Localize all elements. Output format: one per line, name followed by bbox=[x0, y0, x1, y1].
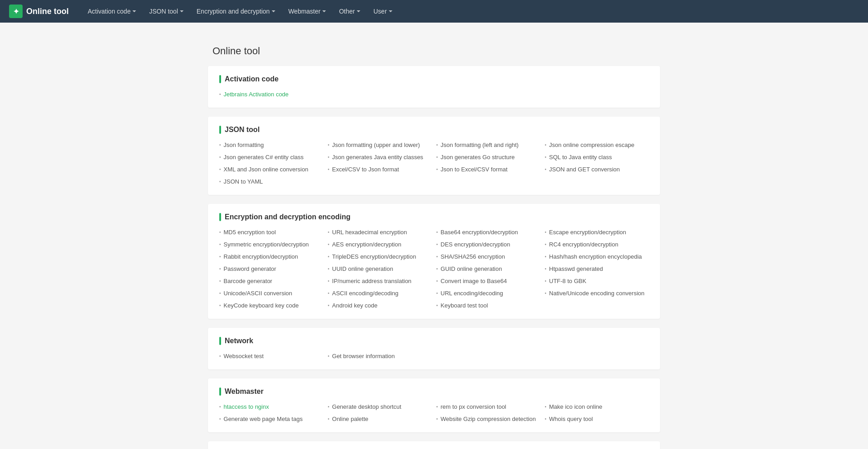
link-item[interactable]: •Json formatting bbox=[219, 141, 323, 149]
link-item[interactable]: •XML and Json online conversion bbox=[219, 165, 323, 174]
link-item[interactable]: •Json formatting (upper and lower) bbox=[328, 141, 432, 149]
link-text: htaccess to nginx bbox=[224, 403, 269, 410]
link-item[interactable]: •Json generates Java entity classes bbox=[328, 153, 432, 161]
link-text: TripleDES encryption/decryption bbox=[332, 253, 416, 260]
bullet-icon: • bbox=[219, 254, 221, 259]
bullet-icon: • bbox=[545, 230, 547, 235]
link-item[interactable]: •Make ico icon online bbox=[545, 402, 649, 411]
link-item[interactable]: •Whois query tool bbox=[545, 415, 649, 423]
nav-item-activation-code[interactable]: Activation code bbox=[82, 4, 142, 19]
link-item[interactable]: •Online palette bbox=[328, 415, 432, 423]
bullet-icon: • bbox=[219, 279, 221, 284]
bullet-icon: • bbox=[545, 155, 547, 160]
link-text: Symmetric encryption/decryption bbox=[224, 241, 309, 248]
link-item[interactable]: •SQL to Java entity class bbox=[545, 153, 649, 161]
link-item[interactable]: •Hash/hash encryption encyclopedia bbox=[545, 252, 649, 261]
link-item[interactable]: •Htpasswd generated bbox=[545, 265, 649, 273]
link-item[interactable]: •SHA/SHA256 encryption bbox=[436, 252, 540, 261]
link-item[interactable]: •rem to px conversion tool bbox=[436, 402, 540, 411]
link-item[interactable]: •KeyCode keyboard key code bbox=[219, 301, 323, 310]
link-item[interactable]: •Excel/CSV to Json format bbox=[328, 165, 432, 174]
link-text: MD5 encryption tool bbox=[224, 229, 276, 236]
bullet-icon: • bbox=[545, 404, 547, 409]
link-item[interactable]: •RC4 encryption/decryption bbox=[545, 240, 649, 249]
link-item[interactable]: •Keyboard test tool bbox=[436, 301, 540, 310]
link-item[interactable]: •IP/numeric address translation bbox=[328, 277, 432, 285]
link-text: Password generator bbox=[224, 265, 276, 272]
bullet-icon: • bbox=[545, 254, 547, 259]
link-item[interactable]: •Json generates Go structure bbox=[436, 153, 540, 161]
link-item[interactable]: •Generate web page Meta tags bbox=[219, 415, 323, 423]
link-text: Json formatting (upper and lower) bbox=[332, 142, 420, 148]
link-item[interactable]: •Escape encryption/decryption bbox=[545, 228, 649, 236]
link-item[interactable]: •Native/Unicode encoding conversion bbox=[545, 289, 649, 298]
link-item[interactable]: •Website Gzip compression detection bbox=[436, 415, 540, 423]
link-text: Barcode generator bbox=[224, 278, 273, 284]
nav-link[interactable]: JSON tool bbox=[144, 4, 189, 19]
nav-link[interactable]: Other bbox=[334, 4, 366, 19]
nav-item-user[interactable]: User bbox=[368, 4, 398, 19]
link-item[interactable]: •Password generator bbox=[219, 265, 323, 273]
bullet-icon: • bbox=[436, 416, 438, 421]
link-item[interactable]: •htaccess to nginx bbox=[219, 402, 323, 411]
bullet-icon: • bbox=[219, 404, 221, 409]
bullet-icon: • bbox=[545, 266, 547, 271]
link-text: ASCII encoding/decoding bbox=[332, 290, 399, 297]
link-item[interactable]: •Barcode generator bbox=[219, 277, 323, 285]
link-item[interactable]: •Json online compression escape bbox=[545, 141, 649, 149]
link-item[interactable]: •AES encryption/decryption bbox=[328, 240, 432, 249]
link-item[interactable]: •TripleDES encryption/decryption bbox=[328, 252, 432, 261]
link-item[interactable]: •Android key code bbox=[328, 301, 432, 310]
links-grid-webmaster: •htaccess to nginx•Generate desktop shor… bbox=[219, 402, 649, 423]
link-item[interactable]: •Jetbrains Activation code bbox=[219, 90, 649, 99]
link-item[interactable]: •Json to Excel/CSV format bbox=[436, 165, 540, 174]
nav-link[interactable]: Webmaster bbox=[283, 4, 331, 19]
link-item[interactable]: •Base64 encryption/decryption bbox=[436, 228, 540, 236]
nav-item-webmaster[interactable]: Webmaster bbox=[283, 4, 331, 19]
link-item[interactable]: •Websocket test bbox=[219, 352, 323, 360]
logo-icon: ✦ bbox=[9, 5, 23, 18]
bullet-icon: • bbox=[436, 291, 438, 296]
nav-link[interactable]: User bbox=[368, 4, 398, 19]
bullet-icon: • bbox=[328, 242, 330, 247]
section-webmaster: Webmaster•htaccess to nginx•Generate des… bbox=[208, 378, 660, 432]
link-item[interactable]: •Generate desktop shortcut bbox=[328, 402, 432, 411]
bullet-icon: • bbox=[545, 279, 547, 284]
bullet-icon: • bbox=[219, 303, 221, 308]
link-item[interactable]: •UTF-8 to GBK bbox=[545, 277, 649, 285]
navbar-brand[interactable]: ✦ Online tool bbox=[9, 5, 69, 18]
link-item[interactable]: •Json generates C# entity class bbox=[219, 153, 323, 161]
nav-item-other[interactable]: Other bbox=[334, 4, 366, 19]
link-item[interactable]: •UUID online generation bbox=[328, 265, 432, 273]
link-item[interactable]: •Convert image to Base64 bbox=[436, 277, 540, 285]
link-text: Json to Excel/CSV format bbox=[441, 166, 508, 173]
link-text: Make ico icon online bbox=[549, 403, 603, 410]
link-item[interactable]: •JSON and GET conversion bbox=[545, 165, 649, 174]
section-title-activation-code: Activation code bbox=[219, 75, 649, 83]
nav-link[interactable]: Activation code bbox=[82, 4, 142, 19]
link-item[interactable]: •Unicode/ASCII conversion bbox=[219, 289, 323, 298]
link-item[interactable]: •JSON to YAML bbox=[219, 177, 323, 186]
link-text: UUID online generation bbox=[332, 265, 393, 272]
bullet-icon: • bbox=[328, 416, 330, 421]
link-item[interactable]: •URL hexadecimal encryption bbox=[328, 228, 432, 236]
link-text: IP/numeric address translation bbox=[332, 278, 412, 284]
nav-item-json-tool[interactable]: JSON tool bbox=[144, 4, 189, 19]
link-text: Website Gzip compression detection bbox=[441, 416, 536, 422]
nav-link[interactable]: Encryption and decryption bbox=[191, 4, 281, 19]
link-item[interactable]: •MD5 encryption tool bbox=[219, 228, 323, 236]
link-text: Json online compression escape bbox=[549, 142, 635, 148]
link-item[interactable]: •URL encoding/decoding bbox=[436, 289, 540, 298]
link-item[interactable]: •DES encryption/decryption bbox=[436, 240, 540, 249]
link-item[interactable]: •GUID online generation bbox=[436, 265, 540, 273]
link-item[interactable]: •Rabbit encryption/decryption bbox=[219, 252, 323, 261]
link-text: UTF-8 to GBK bbox=[549, 278, 586, 284]
link-item[interactable]: •Symmetric encryption/decryption bbox=[219, 240, 323, 249]
link-item[interactable]: •ASCII encoding/decoding bbox=[328, 289, 432, 298]
link-item[interactable]: •Get browser information bbox=[328, 352, 432, 360]
section-title-webmaster: Webmaster bbox=[219, 388, 649, 396]
nav-item-encryption-and-decryption[interactable]: Encryption and decryption bbox=[191, 4, 281, 19]
link-text: Generate web page Meta tags bbox=[224, 416, 303, 422]
link-text: Json generates C# entity class bbox=[224, 154, 304, 161]
link-item[interactable]: •Json formatting (left and right) bbox=[436, 141, 540, 149]
